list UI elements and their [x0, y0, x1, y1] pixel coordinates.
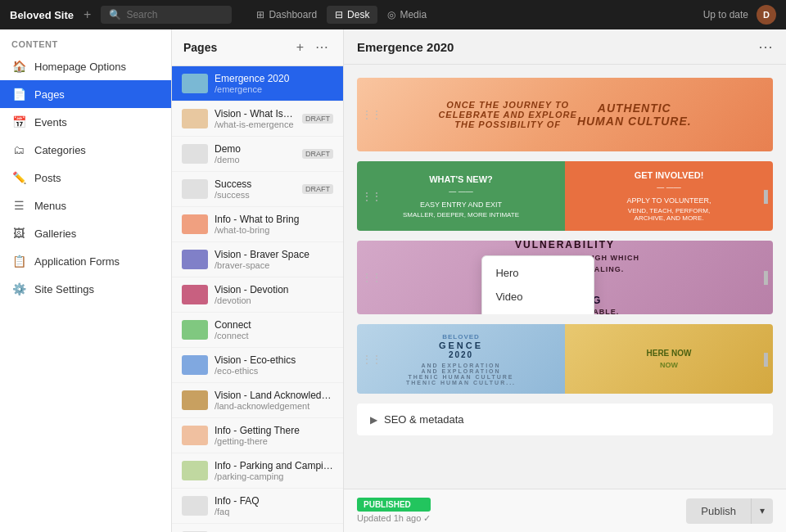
drag-handle-icon[interactable]: ⋮⋮	[362, 191, 382, 202]
page-slug: /what-to-bring	[215, 225, 333, 235]
nav-dashboard[interactable]: ⊞ Dashboard	[248, 6, 325, 24]
page-item-connect[interactable]: Connect /connect	[172, 313, 343, 348]
grid-item-whats-new: WHAT'S NEW? — —— EASY ENTRY AND EXIT SMA…	[357, 161, 565, 231]
drag-handle-icon[interactable]: ⋮⋮	[362, 272, 382, 283]
page-thumb	[182, 109, 208, 128]
page-slug: /parking-camping	[215, 471, 333, 481]
topbar-right: Up to date D	[703, 5, 776, 25]
page-item-getting-there[interactable]: Info - Getting There /getting-there	[172, 418, 343, 453]
block-beloved: ⋮⋮ ▐ BELOVED GENCE 2020 AND EXPLORATIONA…	[357, 324, 773, 394]
page-thumb	[182, 320, 208, 340]
search-input[interactable]	[126, 9, 224, 20]
page-title: Vision - Braver Space	[215, 249, 333, 260]
avatar[interactable]: D	[757, 5, 776, 25]
page-info: Vision - Land Acknowledgement /land-ackn…	[215, 390, 333, 411]
block-type-dropdown: Hero Video Content Grid Featured Posts A…	[481, 255, 594, 314]
beloved-left: BELOVED GENCE 2020 AND EXPLORATIONAND EX…	[357, 324, 565, 394]
seo-metadata-section[interactable]: ▶ SEO & metadata	[357, 404, 773, 435]
page-item-faq[interactable]: Info - FAQ /faq	[172, 489, 343, 524]
nav-desk[interactable]: ⊟ Desk	[327, 6, 377, 24]
add-page-button[interactable]: +	[293, 39, 307, 56]
add-site-button[interactable]: +	[84, 7, 91, 22]
page-info: Success /success	[215, 178, 296, 200]
page-item-land-acknowledgement[interactable]: Vision - Land Acknowledgement /land-ackn…	[172, 383, 343, 418]
sidebar-item-events[interactable]: 📅 Events	[0, 108, 171, 136]
posts-icon: ✏️	[11, 170, 26, 185]
page-thumb	[182, 461, 208, 480]
page-item-parking-camping[interactable]: Info - Parking and Camping /parking-camp…	[172, 453, 343, 489]
publish-button[interactable]: Publish	[686, 498, 751, 524]
page-thumb	[182, 285, 208, 304]
dropdown-item-content[interactable]: Content	[482, 309, 594, 314]
dashboard-icon: ⊞	[256, 9, 264, 20]
page-item-eco-ethics[interactable]: Vision - Eco-ethics /eco-ethics	[172, 348, 343, 383]
settings-icon: ⚙️	[11, 282, 26, 296]
pages-menu-button[interactable]: ⋯	[312, 39, 332, 56]
page-slug: /braver-space	[215, 260, 333, 270]
topbar: Beloved Site + 🔍 ⊞ Dashboard ⊟ Desk ◎ Me…	[0, 0, 786, 29]
page-title: Vision - Devotion	[215, 284, 333, 295]
search-box: 🔍	[101, 6, 232, 24]
seo-expand-icon: ▶	[370, 414, 377, 426]
page-slug: /devotion	[215, 295, 333, 305]
page-info: Info - Getting There /getting-there	[215, 425, 333, 446]
page-title: Connect	[215, 319, 333, 331]
sidebar-item-site-settings[interactable]: ⚙️ Site Settings	[0, 275, 171, 303]
dropdown-item-video[interactable]: Video	[482, 285, 594, 309]
drag-handle-icon[interactable]: ⋮⋮	[362, 109, 382, 120]
page-item-braver-space[interactable]: Vision - Braver Space /braver-space	[172, 242, 343, 277]
page-slug: /land-acknowledgement	[215, 401, 333, 411]
page-item-success[interactable]: Success /success DRAFT	[172, 172, 343, 207]
sidebar-section-label: Content	[0, 29, 171, 52]
topbar-nav: ⊞ Dashboard ⊟ Desk ◎ Media	[248, 6, 435, 24]
sidebar-item-categories[interactable]: 🗂 Categories	[0, 136, 171, 164]
pages-icon: 📄	[11, 87, 26, 101]
page-item-what-to-bring[interactable]: Info - What to Bring /what-to-bring	[172, 207, 343, 242]
page-slug: /success	[215, 190, 296, 200]
beloved-preview: BELOVED GENCE 2020 AND EXPLORATIONAND EX…	[357, 324, 773, 394]
media-icon: ◎	[387, 9, 395, 20]
updated-text: Updated 1h ago ✓	[357, 513, 431, 524]
publish-dropdown-button[interactable]: ▾	[751, 498, 773, 524]
page-info: Vision - What Is Emergenc... /what-is-em…	[215, 108, 296, 129]
sidebar-item-application-forms[interactable]: 📋 Application Forms	[0, 247, 171, 275]
page-slug: /what-is-emergence	[215, 119, 296, 129]
pages-header-actions: + ⋯	[293, 39, 332, 56]
block-action-icon[interactable]: ▐	[760, 190, 768, 203]
sidebar-item-menus[interactable]: ☰ Menus	[0, 192, 171, 219]
content-menu-button[interactable]: ⋯	[758, 38, 773, 56]
page-slug: /connect	[215, 331, 333, 340]
page-thumb-emergence	[182, 74, 208, 93]
page-slug: /demo	[215, 155, 296, 165]
sidebar-item-galleries[interactable]: 🖼 Galleries	[0, 219, 171, 247]
grid-preview: WHAT'S NEW? — —— EASY ENTRY AND EXIT SMA…	[357, 161, 773, 231]
page-item-emergence-2020[interactable]: Emergence 2020 /emergence	[172, 66, 343, 101]
seo-label: SEO & metadata	[384, 413, 464, 426]
page-info: Info - What to Bring /what-to-bring	[215, 214, 333, 235]
page-item-demo[interactable]: Demo /demo DRAFT	[172, 137, 343, 172]
pages-panel-title: Pages	[183, 41, 217, 54]
nav-media[interactable]: ◎ Media	[379, 6, 435, 24]
page-slug: /emergence	[215, 84, 333, 94]
page-item-vision-emergence[interactable]: Vision - What Is Emergenc... /what-is-em…	[172, 101, 343, 137]
dropdown-item-hero[interactable]: Hero	[482, 261, 594, 285]
sidebar-item-posts[interactable]: ✏️ Posts	[0, 164, 171, 192]
categories-icon: 🗂	[11, 142, 26, 157]
page-title: Info - What to Bring	[215, 214, 333, 225]
block-action-icon[interactable]: ▐	[760, 353, 768, 366]
page-thumb	[182, 179, 208, 199]
page-info: Emergence 2020 /emergence	[215, 73, 333, 94]
galleries-icon: 🖼	[11, 226, 26, 241]
drag-handle-icon[interactable]: ⋮⋮	[362, 354, 382, 365]
block-action-icon[interactable]: ▐	[760, 271, 768, 284]
page-item-event-guide[interactable]: Info - Event Guide /event-guide	[172, 524, 343, 532]
page-item-devotion[interactable]: Vision - Devotion /devotion	[172, 277, 343, 313]
page-title: Info - Parking and Camping	[215, 460, 333, 471]
grid-item-get-involved: GET INVOLVED! — —— APPLY TO VOLUNTEER, V…	[565, 161, 773, 231]
page-thumb	[182, 144, 208, 164]
hero-preview: ONCE THE JOURNEY TOCELEBRATE AND EXPLORE…	[357, 78, 773, 151]
sidebar-item-pages[interactable]: 📄 Pages	[0, 80, 171, 108]
sidebar-item-homepage-options[interactable]: 🏠 Homepage Options	[0, 52, 171, 80]
site-name[interactable]: Beloved Site	[10, 9, 74, 21]
content-area: Emergence 2020 ⋯ ⋮⋮ ONCE THE JOURNEY TOC…	[344, 29, 786, 532]
